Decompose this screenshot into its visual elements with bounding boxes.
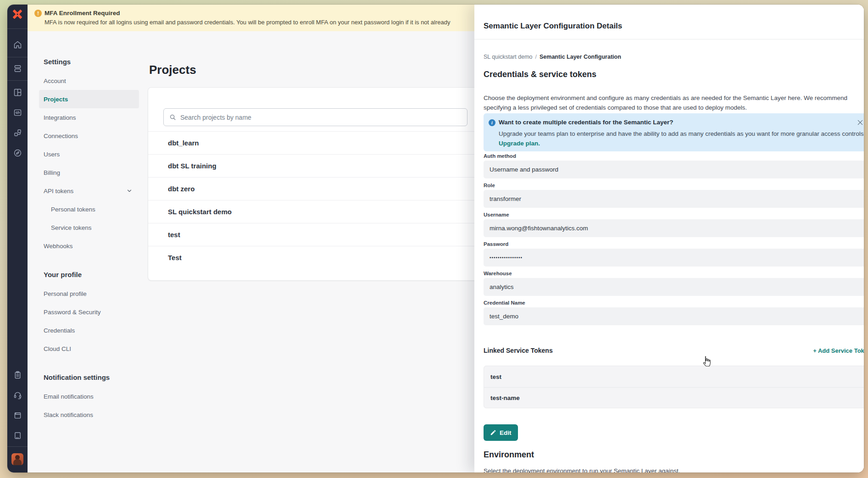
avatar-body	[13, 459, 22, 465]
project-row[interactable]: Test	[148, 246, 482, 269]
sidebar-dashboards-button[interactable]	[7, 82, 28, 102]
username-input[interactable]: mirna.wong@fishtownanalytics.com	[484, 219, 864, 237]
nav-item-email-notifications[interactable]: Email notifications	[39, 387, 139, 406]
banner-body: MFA is now required for all logins using…	[45, 19, 450, 26]
search-input[interactable]	[180, 114, 462, 121]
auth-method-input[interactable]: Username and password	[484, 161, 864, 178]
nav-item-projects[interactable]: Projects	[39, 90, 139, 108]
breadcrumb-current: Semantic Layer Configuration	[540, 54, 621, 60]
sidebar-catalog-button[interactable]	[7, 425, 28, 445]
sidebar-docs-button[interactable]	[7, 405, 28, 425]
credentials-section-title: Credentials & service tokens	[484, 70, 596, 79]
nav-item-billing[interactable]: Billing	[39, 163, 139, 182]
nav-item-integrations[interactable]: Integrations	[39, 108, 139, 127]
dashboards-icon	[13, 88, 22, 97]
info-icon: i	[489, 119, 495, 126]
nav-item-slack-notifications[interactable]: Slack notifications	[39, 406, 139, 424]
project-name: dbt_learn	[168, 139, 199, 147]
edit-button[interactable]: Edit	[484, 424, 518, 441]
token-name: test-name	[490, 395, 520, 401]
linked-tokens-header: Linked Service Tokens + Add Service Toke…	[484, 347, 864, 354]
your-profile-title: Your profile	[39, 269, 139, 283]
linked-tokens-title: Linked Service Tokens	[484, 347, 553, 354]
project-name: dbt zero	[168, 185, 195, 193]
nav-item-label: Email notifications	[44, 393, 94, 400]
nav-item-cloud-cli[interactable]: Cloud CLI	[39, 339, 139, 358]
projects-card: dbt_learn dbt SL training dbt zero SL qu…	[148, 87, 483, 281]
sidebar-jobs-button[interactable]	[7, 122, 28, 143]
upgrade-plan-link[interactable]: Upgrade plan.	[499, 140, 540, 147]
project-row[interactable]: dbt SL training	[148, 154, 482, 177]
field-auth-method: Auth method Username and password	[484, 153, 864, 178]
project-list: dbt_learn dbt SL training dbt zero SL qu…	[148, 131, 482, 269]
password-input[interactable]: ••••••••••••••••	[484, 249, 864, 267]
sidebar-tasks-button[interactable]	[7, 365, 28, 385]
sidebar-home-button[interactable]	[7, 34, 28, 55]
chevron-down-icon	[126, 188, 133, 194]
project-search[interactable]	[163, 108, 467, 126]
sidebar-deploy-button[interactable]	[7, 58, 28, 78]
nav-item-account[interactable]: Account	[39, 72, 139, 90]
notebook-icon	[13, 411, 22, 420]
role-input[interactable]: transformer	[484, 190, 864, 208]
nav-item-label: Password & Security	[44, 309, 101, 316]
upgrade-info-banner: i Want to create multiple credentials fo…	[484, 113, 864, 151]
breadcrumb-parent[interactable]: SL quickstart demo	[484, 54, 533, 60]
clipboard-icon	[13, 370, 22, 380]
compass-icon	[13, 148, 22, 158]
breadcrumb-separator: /	[535, 54, 537, 60]
user-avatar[interactable]	[11, 453, 23, 465]
field-label: Credential Name	[484, 300, 864, 306]
credential-name-input[interactable]: test_demo	[484, 307, 864, 325]
nav-item-users[interactable]: Users	[39, 145, 139, 163]
project-row[interactable]: test	[148, 223, 482, 246]
pencil-icon	[490, 429, 496, 436]
orchestration-icon	[13, 128, 22, 138]
field-label: Auth method	[484, 153, 864, 159]
project-row[interactable]: dbt zero	[148, 177, 482, 200]
token-name: test	[490, 373, 501, 380]
field-label: Username	[484, 212, 864, 217]
token-row[interactable]: test-name	[484, 387, 864, 408]
environment-section-description: Select the deployment environment to run…	[484, 467, 680, 472]
add-service-token-button[interactable]: + Add Service Token	[813, 347, 864, 354]
breadcrumb: SL quickstart demo/Semantic Layer Config…	[484, 54, 621, 60]
nav-item-service-tokens[interactable]: Service tokens	[39, 218, 139, 237]
info-body: Upgrade your teams plan to enterprise an…	[499, 130, 864, 137]
project-row[interactable]: SL quickstart demo	[148, 200, 482, 223]
nav-item-label: Personal tokens	[51, 206, 95, 213]
field-password: Password ••••••••••••••••	[484, 241, 864, 267]
rail-divider	[7, 57, 28, 57]
sidebar-develop-button[interactable]	[7, 102, 28, 122]
field-warehouse: Warehouse analytics	[484, 271, 864, 296]
sidebar-explore-button[interactable]	[7, 143, 28, 163]
info-title: Want to create multiple credentials for …	[499, 119, 673, 126]
search-icon	[169, 114, 176, 121]
edit-button-label: Edit	[500, 429, 512, 436]
nav-item-connections[interactable]: Connections	[39, 127, 139, 145]
linked-tokens-list: test test-name	[484, 366, 864, 408]
deploy-icon	[13, 64, 22, 73]
field-label: Role	[484, 183, 864, 188]
warehouse-input[interactable]: analytics	[484, 278, 864, 296]
dbt-logo-icon[interactable]	[11, 8, 23, 20]
nav-item-label: API tokens	[44, 188, 73, 195]
info-close-icon[interactable]	[857, 119, 864, 126]
field-label: Warehouse	[484, 271, 864, 276]
nav-item-personal-profile[interactable]: Personal profile	[39, 284, 139, 303]
nav-item-personal-tokens[interactable]: Personal tokens	[39, 200, 139, 218]
nav-item-credentials[interactable]: Credentials	[39, 321, 139, 339]
project-row[interactable]: dbt_learn	[148, 131, 482, 154]
sidebar-support-button[interactable]	[7, 385, 28, 405]
nav-item-label: Webhooks	[44, 243, 73, 250]
project-name: SL quickstart demo	[168, 208, 232, 216]
field-label: Password	[484, 241, 864, 247]
rail-divider	[7, 80, 28, 81]
project-name: dbt SL training	[168, 162, 217, 170]
nav-item-webhooks[interactable]: Webhooks	[39, 237, 139, 255]
token-row[interactable]: test	[484, 366, 864, 387]
nav-item-api-tokens[interactable]: API tokens	[39, 182, 139, 200]
icon-rail	[7, 5, 28, 472]
nav-item-password-security[interactable]: Password & Security	[39, 303, 139, 321]
field-credential-name: Credential Name test_demo	[484, 300, 864, 325]
